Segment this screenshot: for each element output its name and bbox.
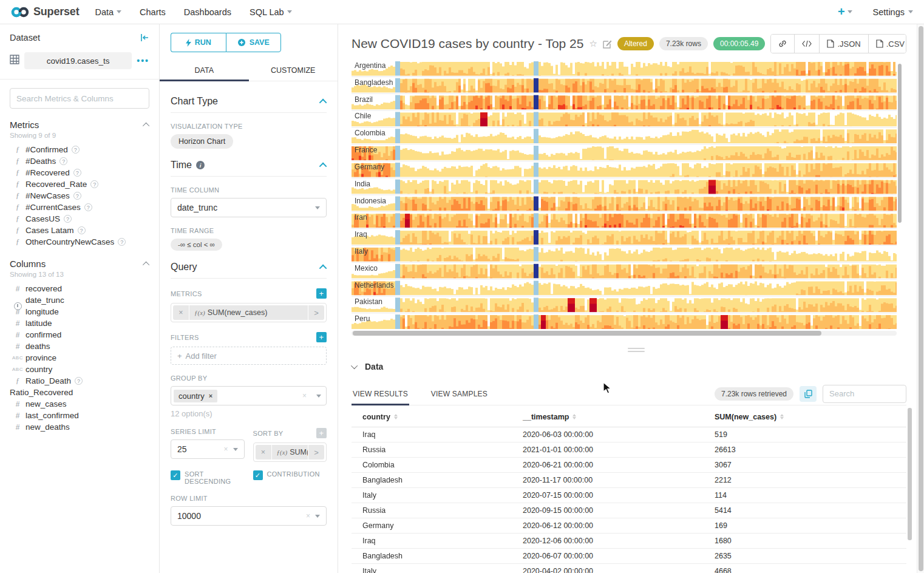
metric-item[interactable]: ƒ #NewCases ?	[10, 190, 149, 202]
chevron-up-icon[interactable]	[319, 264, 327, 272]
favorite-star-icon[interactable]: ☆	[589, 38, 597, 49]
help-icon[interactable]: ?	[72, 146, 80, 154]
column-item[interactable]: ABC country ?	[10, 364, 149, 375]
column-item[interactable]: # deaths ?	[10, 341, 149, 352]
add-metric-button[interactable]: +	[316, 288, 327, 299]
add-filter-button[interactable]: + Add filter	[171, 347, 327, 365]
clear-icon[interactable]: ×	[302, 392, 307, 400]
add-sort-by-button[interactable]: +	[316, 428, 327, 438]
nav-menu-item[interactable]: Dashboards	[184, 7, 231, 17]
collapse-data-panel-icon[interactable]	[351, 362, 358, 369]
nav-menu-item[interactable]: Data	[95, 7, 121, 17]
table-scrollbar[interactable]	[908, 408, 912, 540]
horizon-row-label: Italy	[355, 247, 368, 256]
expand-metric-icon[interactable]: >	[308, 305, 324, 320]
metrics-columns-search-input[interactable]	[10, 88, 149, 109]
tab-data[interactable]: DATA	[160, 61, 249, 81]
row-limit-select[interactable]: 10000 ×	[171, 506, 327, 526]
nav-menu-item[interactable]: SQL Lab	[250, 7, 292, 17]
viz-type-value[interactable]: Horizon Chart	[171, 134, 233, 149]
column-header-timestamp[interactable]: __timestamp	[512, 413, 704, 421]
column-item[interactable]: # new_cases ?	[10, 398, 149, 410]
help-icon[interactable]: ?	[84, 203, 92, 211]
tab-view-samples[interactable]: VIEW SAMPLES	[430, 383, 489, 405]
help-icon[interactable]: ?	[73, 169, 81, 177]
settings-menu[interactable]: Settings	[873, 7, 913, 17]
dataset-panel: Dataset covid19.cases_ts ••• Metrics Sho…	[0, 24, 160, 573]
time-column-select[interactable]: date_trunc	[171, 198, 327, 217]
column-item[interactable]: # latitude ?	[10, 317, 149, 329]
tab-customize[interactable]: CUSTOMIZE	[249, 61, 338, 81]
query-section-title: Query	[171, 262, 197, 273]
metric-item[interactable]: ƒ #Recovered ?	[10, 167, 149, 178]
column-item[interactable]: # recovered ?	[10, 283, 149, 294]
dataset-name-button[interactable]: covid19.cases_ts	[24, 52, 132, 69]
chevron-up-icon[interactable]	[319, 162, 327, 170]
column-item[interactable]: # longitude ?	[10, 306, 149, 317]
run-button[interactable]: RUN	[171, 33, 226, 52]
cell-timestamp: 2020-12-06 00:00:00	[512, 537, 704, 545]
help-icon[interactable]: ?	[78, 226, 86, 234]
metric-item[interactable]: ƒ Recovered_Rate ?	[10, 178, 149, 190]
clear-icon[interactable]: ×	[306, 512, 310, 520]
add-filter-plus-button[interactable]: +	[316, 332, 327, 342]
chevron-up-icon[interactable]	[319, 98, 327, 106]
share-link-button[interactable]	[771, 35, 795, 53]
remove-sort-icon[interactable]: ×	[256, 445, 271, 459]
metric-item[interactable]: ƒ OtherCountryNewCases ?	[10, 236, 149, 248]
superset-logo[interactable]: Superset	[11, 5, 79, 18]
column-header-sum-new-cases[interactable]: SUM(new_cases)	[704, 413, 906, 421]
export-csv-button[interactable]: .CSV	[869, 35, 906, 53]
help-icon[interactable]: ?	[75, 377, 83, 385]
embed-code-button[interactable]	[795, 35, 820, 53]
column-item[interactable]: Ratio_Recovered ?	[10, 387, 149, 398]
expand-sort-icon[interactable]: >	[308, 445, 324, 459]
series-limit-select[interactable]: 25 ×	[171, 439, 245, 459]
chart-vertical-scrollbar[interactable]	[898, 64, 902, 223]
time-range-value[interactable]: -∞ ≤ col < ∞	[171, 239, 222, 251]
contribution-checkbox[interactable]: ✓ CONTRIBUTION	[253, 470, 327, 485]
column-item[interactable]: ABC province ?	[10, 352, 149, 364]
help-icon[interactable]: ?	[64, 215, 72, 223]
column-item[interactable]: # last_confirmed ?	[10, 410, 149, 421]
help-icon[interactable]: ?	[118, 238, 126, 246]
chart-horizontal-scrollbar[interactable]	[353, 331, 821, 336]
page-scrollbar[interactable]	[919, 26, 923, 571]
remove-tag-icon[interactable]: ×	[209, 392, 212, 399]
code-icon	[802, 40, 812, 47]
edit-properties-icon[interactable]	[603, 39, 612, 49]
metric-item[interactable]: ƒ #Deaths ?	[10, 155, 149, 167]
metric-pill[interactable]: ƒ(x) SUM(new_cases)	[189, 305, 308, 320]
column-item[interactable]: # confirmed ?	[10, 329, 149, 341]
column-item[interactable]: ƒ Ratio_Death ?	[10, 375, 149, 387]
sort-icon	[572, 414, 576, 419]
help-icon[interactable]: ?	[73, 192, 81, 200]
help-icon[interactable]: ?	[90, 180, 98, 188]
clear-icon[interactable]: ×	[223, 445, 228, 453]
dataset-options-icon[interactable]: •••	[137, 56, 149, 66]
panel-resize-handle[interactable]	[628, 348, 645, 354]
column-item[interactable]: date_trunc ?	[10, 294, 149, 306]
group-by-select[interactable]: country × ×	[171, 386, 327, 405]
table-search-input[interactable]	[823, 385, 906, 403]
chevron-up-icon[interactable]	[143, 122, 149, 129]
metric-item[interactable]: ƒ Cases Latam ?	[10, 225, 149, 236]
metric-item[interactable]: ƒ #CurrentCases ?	[10, 202, 149, 213]
collapse-panel-icon[interactable]	[140, 33, 149, 42]
save-button[interactable]: SAVE	[226, 33, 282, 52]
copy-data-button[interactable]	[800, 386, 817, 402]
column-header-country[interactable]: country	[352, 413, 512, 421]
sort-descending-checkbox[interactable]: ✓ SORT DESCENDING	[171, 470, 245, 485]
chevron-up-icon[interactable]	[143, 261, 149, 268]
horizon-chart-canvas[interactable]	[352, 59, 897, 330]
nav-menu-item[interactable]: Charts	[140, 7, 166, 17]
sort-by-pill[interactable]: ƒ(x) SUM(...	[272, 445, 308, 459]
metric-item[interactable]: ƒ CasesUS ?	[10, 213, 149, 225]
column-item[interactable]: # new_deaths ?	[10, 421, 149, 433]
new-item-button[interactable]: +	[838, 5, 852, 19]
remove-metric-icon[interactable]: ×	[173, 305, 189, 320]
export-json-button[interactable]: .JSON	[820, 35, 868, 53]
metric-item[interactable]: ƒ #Confirmed ?	[10, 144, 149, 155]
tab-view-results[interactable]: VIEW RESULTS	[352, 383, 409, 405]
help-icon[interactable]: ?	[59, 157, 67, 165]
